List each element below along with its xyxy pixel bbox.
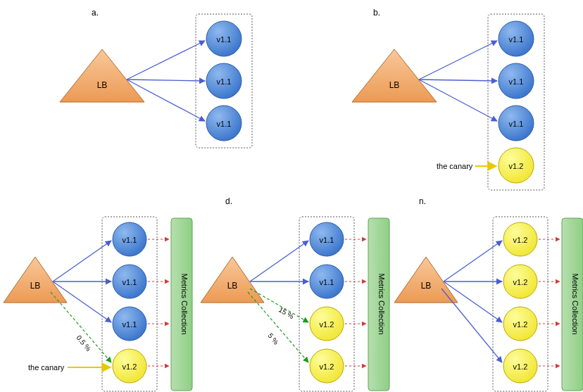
- node-1: v1.2: [503, 265, 537, 298]
- node-1-label: v1.2: [513, 278, 528, 286]
- node-0-label: v1.1: [217, 35, 232, 44]
- panel-n: n. LB v1.2 v1.2 v1.2 v1.2 Metrics Collec…: [394, 196, 583, 391]
- node-2: v1.1: [113, 307, 146, 341]
- pct-0: 0.5 %: [75, 334, 92, 353]
- node-1: v1.1: [499, 63, 534, 99]
- diagram-canvas: a. LB v1.1 v1.1 v1.1 b. LB: [0, 0, 583, 392]
- panel-b: b. LB v1.1 v1.1 v1.1 v1.2 the canary: [352, 8, 544, 190]
- canary-label: the canary: [28, 363, 65, 372]
- node-1-label: v1.1: [123, 278, 137, 286]
- lb-triangle: LB: [60, 49, 144, 102]
- lb-triangle: LB: [394, 257, 458, 303]
- node-3-label: v1.2: [513, 362, 528, 371]
- lb-triangle: LB: [352, 49, 437, 102]
- node-0: v1.1: [499, 21, 534, 56]
- node-3-label: v1.2: [509, 162, 524, 170]
- node-1: v1.1: [113, 265, 146, 298]
- panel-b-label: b.: [373, 8, 380, 18]
- node-0: v1.1: [113, 222, 146, 256]
- lb-triangle: LB: [201, 257, 264, 303]
- node-2-label: v1.2: [513, 320, 528, 329]
- lb-label: LB: [421, 281, 432, 291]
- node-0-label: v1.2: [513, 236, 528, 244]
- panel-a-label: a.: [92, 8, 99, 18]
- node-0: v1.1: [206, 21, 242, 56]
- node-2-label: v1.1: [217, 120, 232, 128]
- node-1-label: v1.1: [217, 77, 232, 86]
- edge: [444, 241, 502, 282]
- panel-n-label: n.: [419, 196, 426, 206]
- canary-edge: [250, 289, 308, 322]
- node-0: v1.1: [310, 222, 344, 256]
- edge: [250, 241, 308, 282]
- node-3: v1.2: [310, 349, 344, 383]
- node-0-label: v1.1: [509, 35, 524, 44]
- metrics-label: Metrics Collection: [571, 274, 579, 335]
- node-2-label: v1.1: [509, 120, 524, 128]
- panel-d-label: d.: [225, 196, 232, 206]
- pct-0: 15 %: [277, 305, 295, 320]
- node-2: v1.2: [310, 307, 344, 341]
- panel-c: LB v1.1 v1.1 v1.1 v1.2 0.5 % the canary …: [4, 217, 192, 391]
- lb-label: LB: [97, 80, 108, 90]
- node-1: v1.1: [310, 265, 344, 298]
- node-2: v1.1: [206, 106, 242, 141]
- lb-triangle: LB: [4, 257, 67, 303]
- node-2-label: v1.1: [123, 320, 137, 329]
- edge: [127, 41, 205, 80]
- node-1-label: v1.1: [320, 278, 334, 286]
- node-2-label: v1.2: [320, 320, 334, 329]
- node-2: v1.2: [503, 307, 537, 341]
- edge: [419, 80, 497, 81]
- node-3: v1.2: [503, 349, 537, 383]
- node-3: v1.2: [499, 148, 534, 183]
- node-2: v1.1: [499, 106, 534, 141]
- node-3-label: v1.2: [320, 362, 334, 371]
- panel-d: d. LB v1.1 v1.1 v1.2 v1.2 15 % 5 % Metri…: [201, 196, 389, 391]
- node-1: v1.1: [206, 63, 242, 99]
- edge: [53, 241, 111, 282]
- lb-label: LB: [389, 80, 400, 90]
- panel-a: a. LB v1.1 v1.1 v1.1: [60, 8, 252, 148]
- node-3: v1.2: [113, 349, 146, 383]
- node-0-label: v1.1: [123, 236, 137, 244]
- node-1-label: v1.1: [509, 77, 524, 86]
- edge: [419, 41, 497, 80]
- metrics-label: Metrics Collection: [377, 274, 386, 335]
- node-0-label: v1.1: [320, 236, 334, 244]
- pct-1: 5 %: [266, 331, 280, 346]
- edge: [127, 80, 205, 81]
- metrics-label: Metrics Collection: [180, 274, 189, 335]
- lb-label: LB: [227, 281, 238, 291]
- node-0: v1.2: [503, 222, 537, 256]
- node-3-label: v1.2: [123, 362, 137, 371]
- canary-label: the canary: [437, 162, 473, 170]
- lb-label: LB: [30, 281, 41, 291]
